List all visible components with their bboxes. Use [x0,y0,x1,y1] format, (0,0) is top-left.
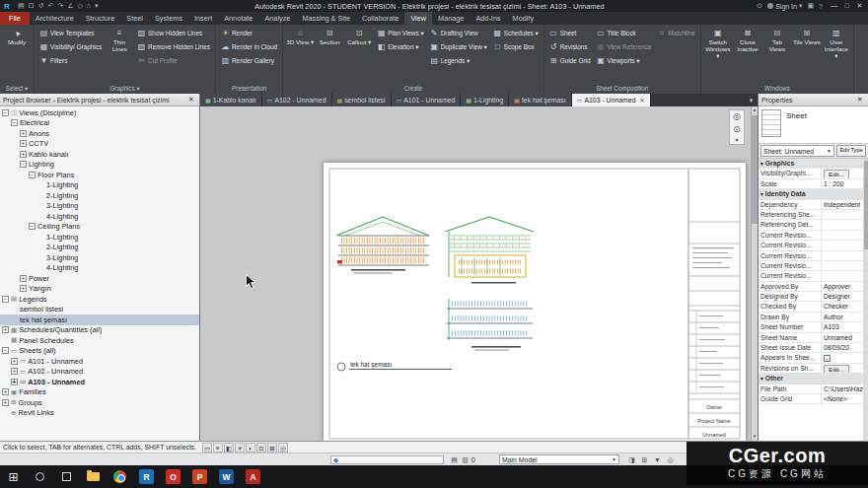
3d-view-icon[interactable]: ⌂ [87,0,91,12]
checkbox-checked[interactable]: ✓ [824,355,831,362]
navbar-chevron-icon[interactable]: ▾ [730,136,744,144]
zoom-icon[interactable]: ⊙ [730,123,744,136]
ribbon-tab-file[interactable]: File [0,12,30,25]
ribbon-tab-systems[interactable]: Systems [149,12,188,25]
ribbon-button-drafting-view[interactable]: ✎Drafting View [428,27,489,39]
window-close-button[interactable]: ✕ [853,0,866,12]
project-browser-header[interactable]: Project Browser - Elektrik projesi - ele… [0,94,199,106]
crop-icon[interactable]: ⊡ [256,443,266,453]
ribbon-button-visibility-graphics[interactable]: ▦Visibility/ Graphics [37,40,104,53]
ribbon-tab-analyze[interactable]: Analyze [258,12,296,25]
ribbon-button-tab-views[interactable]: ⊟Tab Views [763,27,791,52]
expander-expand-icon[interactable]: + [20,285,27,292]
taskbar-autocad-button[interactable]: A [240,465,266,488]
browser-item-a101-unnamed[interactable]: +▭A101 - Unnamed [0,356,199,367]
panel-label-windows[interactable]: Windows [701,83,853,94]
window-maximize-button[interactable]: □ [840,0,853,12]
browser-item-power[interactable]: +Power [0,273,199,284]
edit-button[interactable]: Edit... [824,170,849,177]
ribbon-button-render-gallery[interactable]: ▥Render Gallery [219,54,279,67]
sync-icon[interactable]: ↺ [38,0,44,12]
ribbon-button-schedules[interactable]: ▦Schedules ▾ [491,27,541,39]
ribbon-tab-view[interactable]: View [404,12,432,25]
sign-in-button[interactable]: Sign In ▾ [767,2,802,10]
expander-expand-icon[interactable]: + [11,358,18,365]
ribbon-tab-massing-site[interactable]: Massing & Site [296,12,356,25]
panel-label-sheet-composition[interactable]: Sheet Composition [544,83,700,94]
expander-expand-icon[interactable]: + [20,130,27,137]
ribbon-button-modify[interactable]: ▲Modify [3,27,31,45]
expander-expand-icon[interactable]: + [2,399,9,406]
search-icon[interactable]: ⊙ [757,2,762,10]
panel-label-graphics[interactable]: Graphics ▾ [35,83,215,94]
expander-expand-icon[interactable]: + [2,326,9,333]
expander-expand-icon[interactable]: + [11,379,18,385]
ribbon-button-matchline[interactable]: ≈Matchline [656,27,697,39]
ribbon-tab-annotate[interactable]: Annotate [218,12,258,25]
browser-item-revit-links[interactable]: ⊕Revit Links [0,408,199,419]
document-tab-a101-unnamed[interactable]: ▭A101 - Unnamed [392,94,462,106]
taskbar-start-button[interactable]: ⊞ [0,465,27,488]
browser-item-yangın[interactable]: +Yangın [0,284,199,295]
document-tab-a103-unnamed[interactable]: ▭A103 - Unnamed✕ [572,94,651,106]
ribbon-tab-steel[interactable]: Steel [120,12,149,25]
design-options-icon[interactable]: ◨ [627,455,636,464]
sun-icon[interactable]: ☀ [235,443,245,453]
close-icon[interactable]: ✕ [186,96,196,104]
measure-icon[interactable]: ∠ [67,0,73,12]
ribbon-button-switch-windows[interactable]: ▣Switch Windows ▾ [704,27,732,59]
ribbon-button-sheet[interactable]: ▭Sheet [547,27,593,39]
document-tab-a102-unnamed[interactable]: ▭A102 - Unnamed [262,94,332,106]
ribbon-button-close-inactive[interactable]: ⊠Close Inactive [734,27,761,52]
expander-expand-icon[interactable]: + [20,275,27,282]
browser-item-a103-unnamed[interactable]: +▭A103 - Unnamed [0,377,199,387]
selection-toggle-icon[interactable]: ▤ [450,455,459,464]
ribbon-button-remove-hidden-lines[interactable]: ▧Remove Hidden Lines [135,40,212,53]
edit-button[interactable]: Edit... [824,365,849,373]
browser-item-sheets-all[interactable]: −▭Sheets (all) [0,346,199,357]
expander-collapse-icon[interactable]: − [2,109,9,116]
save-icon[interactable]: ⊡ [29,0,35,12]
browser-item-floor-plans[interactable]: −Floor Plans [0,170,199,180]
browser-item-3-lighting[interactable]: 3-Lighting [0,252,199,263]
help-icon[interactable]: ? [819,3,823,10]
active-workset-dropdown[interactable]: Main Model ▼ [499,454,619,464]
ribbon-button-user-interface[interactable]: ▥User Interface ▾ [823,27,850,59]
ribbon-tab-modify[interactable]: Modify [507,12,541,25]
browser-item-kablo-kanalı[interactable]: +Kablo kanalı [0,149,199,160]
ribbon-button-3d-view[interactable]: ⌂3D View ▾ [286,27,314,45]
vertical-scrollbar[interactable]: ▲ ▼ [751,106,758,441]
taskbar-opera-button[interactable]: O [160,465,186,488]
ribbon-button-guide-grid[interactable]: ⊞Guide Grid [547,54,593,67]
taskbar-revit-button[interactable]: R [133,465,160,488]
taskbar-chrome-button[interactable] [107,465,133,488]
ribbon-button-render[interactable]: ☀Render [219,27,279,39]
close-icon[interactable]: ✕ [855,96,865,104]
expander-expand-icon[interactable]: + [20,151,27,158]
ribbon-tab-structure[interactable]: Structure [80,12,121,25]
open-icon[interactable]: ▤ [18,0,25,12]
browser-item-legends[interactable]: −▤Legends [0,294,199,305]
browser-item-families[interactable]: +▣Families [0,387,199,398]
ribbon-button-tile-views[interactable]: ⊞Tile Views [793,27,821,45]
panel-label-create[interactable]: Create [283,83,542,94]
ribbon-button-section[interactable]: ⊟Section [316,27,343,45]
reveal-icon[interactable]: ◎ [278,443,288,453]
app-store-icon[interactable]: ▣ [807,2,814,10]
shadows-icon[interactable]: ◐ [246,443,255,453]
browser-item-4-lighting[interactable]: 4-Lighting [0,211,199,222]
property-group-graphics[interactable]: ▾Graphics [759,159,863,169]
ribbon-button-view-reference[interactable]: ◎View Reference [595,40,654,53]
redo-icon[interactable]: ↷ [57,0,63,12]
window-minimize-button[interactable]: — [828,0,840,12]
style-icon[interactable]: ◧ [224,443,234,453]
ribbon-button-render-in-cloud[interactable]: ☁Render in Cloud [219,40,279,53]
browser-item-3-lighting[interactable]: 3-Lighting [0,201,199,212]
browser-item-4-lighting[interactable]: 4-Lighting [0,263,199,274]
ribbon-button-title-block[interactable]: ▭Title Block [595,27,654,39]
ribbon-button-filters[interactable]: ▼Filters [37,54,104,67]
ribbon-tab-collaborate[interactable]: Collaborate [356,12,404,25]
drawing-canvas[interactable]: Owner Project Name Unnamed [200,106,758,441]
browser-item-tek-hat-şeması[interactable]: tek hat şeması [0,314,199,325]
ribbon-tab-manage[interactable]: Manage [432,12,470,25]
